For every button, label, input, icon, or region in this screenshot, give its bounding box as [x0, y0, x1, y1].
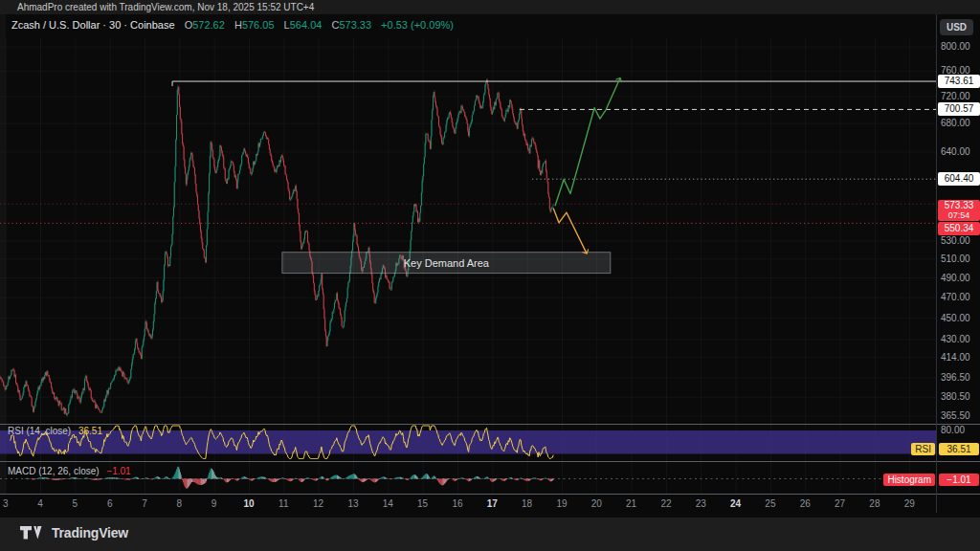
- price-axis[interactable]: 80.00 743.61700.57604.40550.34573.3307:5…: [936, 14, 980, 513]
- time-tick-label: 12: [307, 498, 330, 509]
- time-tick-label: 18: [516, 498, 539, 509]
- rsi-axis-value-chip: 36.51: [939, 443, 979, 455]
- time-tick-label: 14: [376, 498, 399, 509]
- time-tick-label: 4: [29, 498, 52, 509]
- change-value: +0.53 (+0.09%): [381, 19, 454, 31]
- price-tick-label: 640.00: [941, 146, 970, 158]
- price-tick-label: 510.00: [941, 253, 970, 265]
- symbol-legend: Zcash / U.S. Dollar · 30 · Coinbase O572…: [11, 19, 454, 31]
- currency-toggle-button[interactable]: USD: [940, 19, 973, 35]
- time-tick-label: 3: [0, 498, 17, 509]
- tradingview-logo-icon: [19, 524, 44, 541]
- price-tick-label: 380.50: [941, 391, 970, 403]
- time-tick-label: 22: [655, 498, 678, 509]
- high-value: 576.05: [242, 19, 275, 31]
- time-tick-label: 16: [446, 498, 469, 509]
- price-tick-label: 396.50: [941, 372, 970, 384]
- price-level-chip: 550.34: [938, 222, 980, 235]
- rsi-axis-name-chip: RSI: [911, 443, 935, 455]
- rsi-upper-tick-label: 80.00: [941, 425, 965, 436]
- macd-value: −1.01: [106, 466, 130, 476]
- time-tick-label: 8: [167, 498, 190, 509]
- time-tick-label: 9: [203, 498, 226, 509]
- time-axis[interactable]: 3456789101112131415161718192021222324252…: [0, 495, 936, 513]
- time-tick-label: 23: [689, 498, 712, 509]
- price-tick-label: 490.00: [941, 273, 970, 284]
- time-tick-label: 27: [829, 498, 852, 509]
- price-tick-label: 720.00: [941, 91, 970, 102]
- price-tick-label: 414.00: [941, 352, 970, 364]
- price-level-chip: 604.40: [938, 172, 980, 186]
- last-price-chip: 573.3307:54: [938, 200, 980, 221]
- time-tick-label: 19: [550, 498, 573, 509]
- macd-name: MACD (12, 26, close): [8, 466, 100, 476]
- footer-bar: TradingView: [0, 518, 980, 551]
- time-tick-label: 15: [412, 498, 434, 509]
- time-tick-label: 20: [585, 498, 608, 509]
- price-tick-label: 680.00: [941, 118, 970, 129]
- close-value: 573.33: [339, 19, 371, 31]
- tradingview-logo[interactable]: TradingView: [19, 524, 128, 541]
- time-tick-label: 17: [480, 498, 503, 509]
- time-tick-label: 11: [272, 498, 295, 509]
- price-tick-label: 450.00: [941, 313, 970, 324]
- tradingview-chart-window: AhmadPro created with TradingView.com, N…: [0, 0, 980, 551]
- symbol-title: Zcash / U.S. Dollar · 30 · Coinbase: [11, 19, 175, 31]
- time-tick-label: 21: [620, 498, 643, 509]
- time-tick-label: 29: [898, 498, 921, 509]
- price-tick-label: 800.00: [941, 41, 970, 53]
- time-tick-label: 10: [237, 498, 260, 509]
- price-tick-label: 760.00: [941, 65, 970, 77]
- price-level-chip: 700.57: [938, 102, 980, 116]
- low-value: 564.04: [290, 19, 323, 31]
- macd-pane-legend: MACD (12, 26, close) −1.01: [8, 466, 131, 476]
- high-label: H: [234, 19, 242, 31]
- rsi-value: 36.51: [78, 426, 102, 436]
- time-tick-label: 28: [863, 498, 886, 509]
- time-tick-label: 13: [342, 498, 365, 509]
- rsi-name: RSI (14, close): [8, 426, 71, 436]
- rsi-pane-legend: RSI (14, close) 36.51: [8, 426, 102, 436]
- macd-axis-name-chip: Histogram: [883, 474, 935, 486]
- price-tick-label: 470.00: [941, 292, 970, 303]
- chart-canvas[interactable]: [0, 14, 936, 513]
- chart-graphics: [0, 0, 980, 551]
- price-tick-label: 430.00: [941, 334, 970, 345]
- time-tick-label: 5: [63, 498, 86, 509]
- macd-axis-value-chip: −1.01: [939, 474, 979, 486]
- tradingview-wordmark: TradingView: [52, 525, 128, 540]
- open-value: 572.62: [192, 19, 225, 31]
- price-tick-label: 530.00: [941, 235, 970, 247]
- time-tick-label: 6: [99, 498, 122, 509]
- time-tick-label: 24: [724, 498, 747, 509]
- time-tick-label: 7: [133, 498, 156, 509]
- open-label: O: [185, 19, 193, 31]
- price-tick-label: 365.50: [941, 410, 970, 422]
- time-tick-label: 26: [793, 498, 816, 509]
- time-tick-label: 25: [759, 498, 782, 509]
